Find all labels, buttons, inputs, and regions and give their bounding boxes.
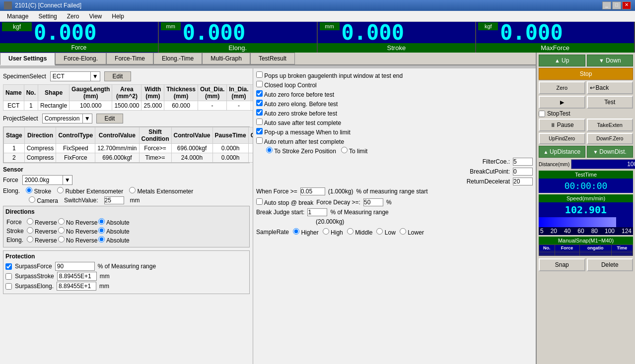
auto-zero-stroke-check[interactable] — [256, 109, 263, 116]
returndecel-input[interactable] — [513, 178, 533, 185]
maxforce-metric: kgf 0.000 MaxForce — [476, 22, 635, 53]
distance-input[interactable] — [571, 159, 635, 169]
tab-testresult[interactable]: TestResult — [250, 53, 295, 64]
filter-input[interactable] — [513, 158, 533, 166]
project-edit-button[interactable]: Edit — [96, 114, 124, 123]
surpass-elong-input[interactable] — [57, 282, 96, 291]
stroke-noreverse-radio[interactable]: No Reverse — [58, 228, 98, 235]
tab-force-elong[interactable]: Force-Elong. — [55, 53, 106, 64]
stroke-absolute-radio[interactable]: Absolute — [98, 228, 129, 235]
samplerate-low[interactable] — [376, 228, 383, 235]
elong-metals-radio[interactable]: Metals Extensometer — [129, 187, 193, 195]
surpass-force-check[interactable] — [5, 263, 12, 270]
project-select-arrow[interactable]: ▼ — [82, 114, 92, 123]
closed-loop-check[interactable] — [256, 81, 263, 87]
distance-label: Distance(mm) — [539, 162, 569, 167]
upfindzero-button[interactable]: UpFindZero — [539, 133, 585, 144]
samplerate-high[interactable] — [323, 228, 329, 235]
menu-manage[interactable]: Manage — [2, 12, 33, 21]
sensor-section: Sensor Force 2000.0kg ▼ Elong. Stroke Ru… — [3, 166, 250, 204]
test-button[interactable]: Test — [587, 96, 634, 109]
pcol-controlvalue: ControlValue — [95, 127, 139, 144]
tab-multi-graph[interactable]: Multi-Graph — [202, 53, 250, 64]
delete-button[interactable]: Delete — [587, 258, 634, 271]
sensor-force-arrow[interactable]: ▼ — [63, 176, 72, 184]
surpass-stroke-check[interactable] — [5, 273, 12, 280]
close-button[interactable]: ✕ — [622, 1, 631, 9]
elong-absolute-radio[interactable]: Absolute — [98, 237, 129, 244]
break-judge-input[interactable] — [307, 208, 327, 216]
maximize-button[interactable]: □ — [612, 1, 621, 9]
break-judge-label: Break Judge start: — [256, 209, 304, 216]
elong-rubber-radio[interactable]: Rubber Extensometer — [57, 187, 123, 195]
force-decay-input[interactable] — [363, 198, 383, 206]
switch-value-input[interactable] — [104, 196, 124, 204]
stroke-reverse-radio[interactable]: Reverse — [27, 228, 57, 235]
elong-reverse-radio[interactable]: Reverse — [27, 237, 57, 244]
force-absolute-radio[interactable]: Absolute — [98, 219, 129, 226]
surpass-stroke-input[interactable] — [57, 272, 97, 281]
menu-setting[interactable]: Setting — [33, 12, 62, 21]
menu-help[interactable]: Help — [107, 12, 129, 21]
breakcut-input[interactable] — [513, 168, 533, 176]
elong-stroke-radio[interactable]: Stroke — [26, 187, 51, 195]
back-button[interactable]: ↩ Back — [587, 81, 634, 94]
return-limit-radio[interactable] — [341, 147, 348, 153]
pops-broken-check[interactable] — [256, 71, 263, 78]
elong-camera-radio[interactable]: Camera — [29, 196, 58, 204]
down-button[interactable]: ▼ Down — [587, 55, 634, 66]
elong-noreverse-radio[interactable]: No Reverse — [58, 237, 98, 244]
snap-button[interactable]: Snap — [539, 258, 585, 271]
force-label: Force — [71, 44, 87, 51]
auto-save-check[interactable] — [256, 119, 263, 125]
pcol-controltype: ControlType — [56, 127, 95, 144]
auto-stop-check[interactable] — [256, 198, 263, 205]
stop-button[interactable]: Stop — [539, 68, 633, 80]
popup-limit-check[interactable] — [256, 128, 263, 134]
menu-zero[interactable]: Zero — [62, 12, 84, 21]
force-noreverse-radio[interactable]: No Reverse — [58, 219, 98, 226]
specimen-edit-button[interactable]: Edit — [104, 71, 132, 81]
table-row: 1 Compress FixSpeed 12.700mm/min Force>=… — [4, 144, 254, 153]
takeexten-button[interactable]: TakeExten — [587, 119, 634, 131]
auto-zero-elong-check[interactable] — [256, 100, 263, 106]
force-decay-label: Force Decay >=: — [316, 199, 360, 206]
tab-force-time[interactable]: Force-Time — [106, 53, 153, 64]
surpass-elong-check[interactable] — [5, 283, 12, 290]
downdist-button[interactable]: ▼ DownDist. — [587, 146, 634, 158]
specimen-select-value[interactable]: ECT — [51, 72, 90, 81]
dir-force-label: Force — [6, 218, 26, 226]
pcol-controlvalue2: ControlValue — [171, 127, 212, 144]
samplerate-lower[interactable] — [400, 228, 406, 235]
up-button[interactable]: ▲ Up — [539, 55, 585, 66]
table-row: ECT 1 Rectangle 100.000 1500.000 25.000 … — [3, 101, 254, 111]
p1-cp: 100.00 — [248, 144, 253, 153]
project-select-value[interactable]: Compression — [43, 114, 82, 123]
speed-value: 102.901 — [539, 202, 633, 217]
menu-view[interactable]: View — [84, 12, 107, 21]
tab-elong-time[interactable]: Elong.-Time — [153, 53, 202, 64]
pause-button[interactable]: ⏸ Pause — [539, 119, 585, 131]
downfzero-button[interactable]: DownF.Zero — [587, 133, 634, 144]
auto-zero-force-check[interactable] — [256, 90, 263, 97]
tab-user-settings[interactable]: User Settings — [0, 53, 55, 65]
auto-return-check[interactable] — [256, 137, 263, 144]
cell-outdia: - — [198, 101, 226, 111]
specimen-select-arrow[interactable]: ▼ — [90, 72, 100, 81]
return-stroke-zero-radio[interactable] — [266, 147, 273, 153]
zero-button[interactable]: Zero — [539, 81, 585, 94]
samplerate-middle[interactable] — [347, 228, 353, 235]
when-force-input[interactable] — [300, 187, 325, 195]
stoptest-check[interactable] — [539, 111, 545, 117]
minimize-button[interactable]: _ — [602, 1, 611, 9]
surpass-force-input[interactable] — [55, 262, 95, 271]
sensor-force-value[interactable]: 2000.0kg — [23, 176, 63, 184]
window-controls[interactable]: _ □ ✕ — [602, 1, 631, 9]
directions-label: Directions — [5, 208, 247, 215]
play-button[interactable]: ▶ — [539, 96, 585, 109]
force-reverse-radio[interactable]: Reverse — [27, 219, 57, 226]
samplerate-higher[interactable] — [293, 228, 299, 235]
setting-auto-save: Auto save after test complete — [256, 119, 533, 126]
elong-label: Elong. — [3, 187, 20, 194]
updistance-button[interactable]: ▲ UpDistance — [539, 146, 585, 158]
